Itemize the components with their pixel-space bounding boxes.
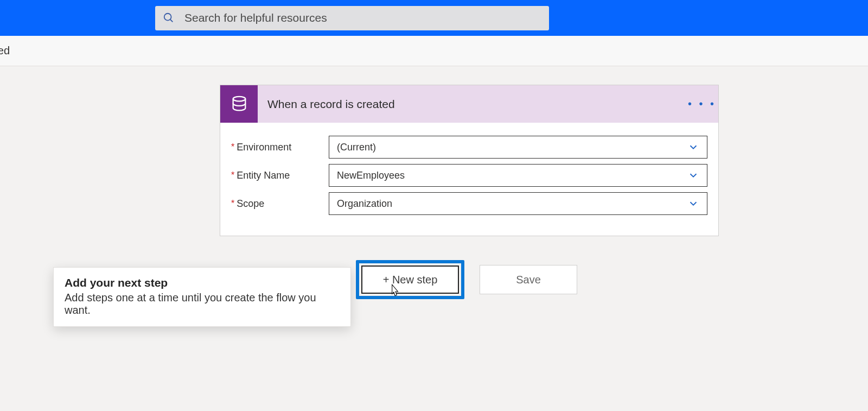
flow-canvas: When a record is created • • • *Environm… bbox=[0, 66, 868, 411]
chevron-down-icon bbox=[687, 198, 699, 210]
sub-header: rded bbox=[0, 36, 868, 66]
field-row-environment: *Environment (Current) bbox=[231, 136, 707, 159]
svg-line-1 bbox=[170, 20, 173, 22]
new-step-highlight: + New step bbox=[356, 260, 464, 299]
trigger-title: When a record is created bbox=[258, 98, 686, 111]
search-placeholder: Search for helpful resources bbox=[184, 11, 327, 24]
action-buttons: + New step Save bbox=[356, 260, 577, 299]
trigger-icon-box bbox=[220, 85, 258, 123]
database-icon bbox=[230, 95, 248, 113]
scope-select[interactable]: Organization bbox=[329, 192, 707, 215]
field-label: *Scope bbox=[231, 198, 329, 210]
entity-name-value: NewEmployees bbox=[337, 170, 405, 181]
svg-point-2 bbox=[233, 96, 245, 101]
top-bar: Search for helpful resources bbox=[0, 0, 868, 36]
trigger-card: When a record is created • • • *Environm… bbox=[220, 85, 719, 236]
svg-point-0 bbox=[164, 14, 171, 21]
trigger-body: *Environment (Current) *Entity Name NewE… bbox=[220, 123, 718, 236]
field-label: *Entity Name bbox=[231, 170, 329, 181]
environment-value: (Current) bbox=[337, 142, 376, 153]
scope-value: Organization bbox=[337, 198, 392, 210]
search-box[interactable]: Search for helpful resources bbox=[155, 6, 549, 30]
field-row-scope: *Scope Organization bbox=[231, 192, 707, 215]
trigger-menu-button[interactable]: • • • bbox=[686, 98, 718, 110]
chevron-down-icon bbox=[687, 169, 699, 181]
entity-name-select[interactable]: NewEmployees bbox=[329, 164, 707, 187]
save-button[interactable]: Save bbox=[480, 265, 577, 294]
tooltip-title: Add your next step bbox=[65, 276, 340, 289]
coachmark-tooltip: Add your next step Add steps one at a ti… bbox=[53, 267, 351, 327]
search-icon bbox=[163, 12, 175, 24]
chevron-down-icon bbox=[687, 141, 699, 153]
trigger-header[interactable]: When a record is created • • • bbox=[220, 85, 718, 123]
tooltip-body: Add steps one at a time until you create… bbox=[65, 292, 340, 317]
environment-select[interactable]: (Current) bbox=[329, 136, 707, 159]
field-row-entity: *Entity Name NewEmployees bbox=[231, 164, 707, 187]
field-label: *Environment bbox=[231, 142, 329, 153]
new-step-button[interactable]: + New step bbox=[361, 265, 459, 294]
subheader-text: rded bbox=[0, 45, 10, 57]
